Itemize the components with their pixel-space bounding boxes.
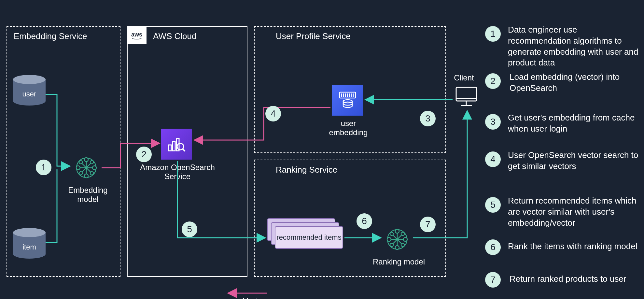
opensearch-icon — [161, 129, 192, 160]
embedding-model-icon — [72, 153, 101, 182]
svg-point-7 — [79, 172, 82, 175]
svg-point-6 — [90, 161, 93, 164]
svg-point-30 — [395, 246, 399, 249]
legend-badge-7: 7 — [485, 272, 501, 288]
legend-text-2: Load embedding (vector) into OpenSearch — [510, 72, 640, 94]
svg-point-31 — [387, 237, 391, 241]
step-badge-7: 7 — [420, 217, 436, 232]
legend-text-4: User OpenSearch vector search to get sim… — [508, 150, 641, 172]
user-db-icon: user — [13, 75, 46, 106]
legend-badge-6: 6 — [485, 239, 501, 255]
svg-point-4 — [92, 166, 96, 170]
ranking-model-icon — [383, 225, 412, 254]
user-embedding-icon — [332, 85, 363, 116]
embedding-service-title: Embedding Service — [14, 31, 87, 41]
svg-point-36 — [401, 243, 404, 247]
legend-text-7: Return ranked products to user — [510, 274, 640, 285]
step-badge-2: 2 — [136, 147, 152, 162]
client-icon — [454, 85, 479, 109]
svg-point-1 — [84, 158, 88, 162]
legend-badge-5: 5 — [485, 197, 501, 213]
svg-point-35 — [390, 243, 393, 247]
user-profile-title: User Profile Service — [276, 31, 351, 41]
svg-line-17 — [183, 149, 185, 151]
legend-badge-4: 4 — [485, 151, 501, 167]
svg-point-8 — [90, 172, 93, 175]
svg-point-5 — [79, 161, 82, 164]
svg-point-3 — [76, 166, 80, 170]
vector-label: Vector — [238, 296, 270, 299]
legend-badge-2: 2 — [485, 73, 501, 89]
step-badge-3: 3 — [420, 111, 436, 126]
svg-rect-14 — [173, 142, 175, 151]
svg-rect-41 — [456, 87, 477, 101]
svg-rect-13 — [169, 145, 171, 151]
legend-text-6: Rank the items with ranking model — [508, 241, 641, 252]
svg-point-29 — [395, 229, 399, 233]
recommended-items-label: recommended items — [276, 233, 341, 241]
user-embedding-label: user embedding — [326, 119, 371, 137]
step-badge-4: 4 — [265, 106, 281, 121]
legend-text-3: Get user's embedding from cache when use… — [508, 112, 641, 135]
step-badge-6: 6 — [357, 213, 372, 229]
item-db-icon: item — [13, 228, 46, 259]
svg-point-33 — [390, 232, 393, 235]
svg-point-32 — [403, 237, 407, 241]
legend-text-5: Return recommended items which are vecto… — [508, 195, 641, 228]
svg-point-27 — [343, 102, 352, 105]
ranking-service-title: Ranking Service — [276, 165, 337, 175]
svg-point-34 — [401, 232, 404, 235]
ranking-model-label: Ranking model — [370, 257, 428, 266]
svg-point-2 — [84, 174, 88, 178]
legend-badge-1: 1 — [485, 26, 501, 42]
aws-cloud-title: AWS Cloud — [153, 31, 196, 41]
embedding-model-label: Embedding model — [63, 186, 112, 204]
step-badge-1: 1 — [36, 160, 51, 175]
legend-badge-3: 3 — [485, 114, 501, 130]
opensearch-label: Amazon OpenSearch Service — [140, 163, 215, 181]
aws-logo-icon: aws — [127, 26, 147, 44]
client-label: Client — [451, 73, 477, 82]
legend-text-1: Data engineer use recommendation algorit… — [508, 24, 641, 68]
step-badge-5: 5 — [182, 221, 197, 237]
